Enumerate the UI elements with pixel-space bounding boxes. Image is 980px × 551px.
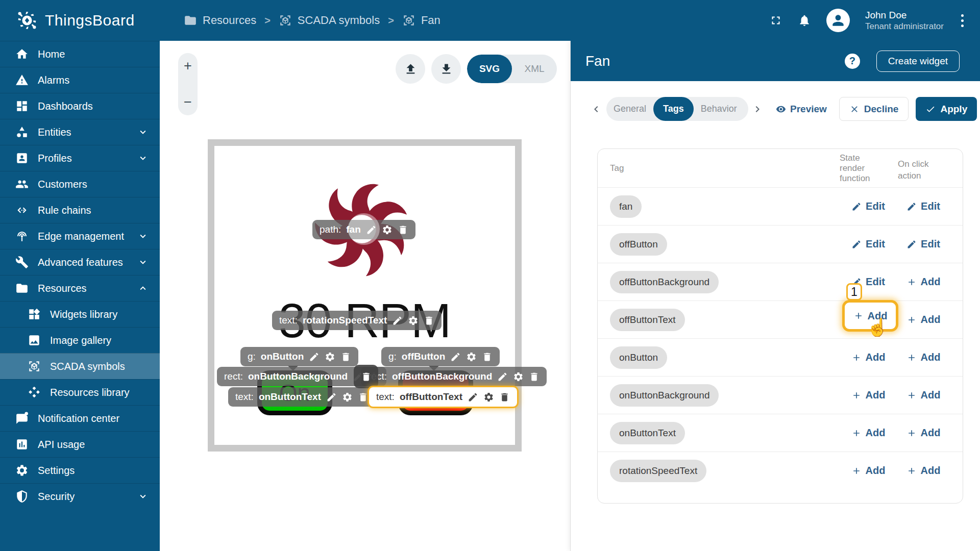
pencil-icon[interactable] [468, 392, 478, 403]
sidebar-item-alarms[interactable]: Alarms [0, 67, 160, 93]
table-row: onButtonBackground Add Add [598, 376, 963, 414]
gear-icon[interactable] [513, 371, 524, 382]
people-icon [15, 178, 29, 191]
apply-button[interactable]: Apply [916, 97, 977, 121]
state-render-add-button[interactable]: Add [851, 352, 886, 363]
trash-icon[interactable] [358, 392, 369, 403]
breadcrumb-resources[interactable]: Resources [184, 14, 256, 27]
state-render-add-button[interactable]: Add [851, 389, 886, 401]
gear-icon[interactable] [382, 224, 393, 235]
image-icon [28, 334, 41, 347]
panel-title: Fan [585, 53, 610, 69]
sidebar-item-advanced-features[interactable]: Advanced features [0, 249, 160, 275]
gear-icon[interactable] [466, 352, 477, 362]
gear-icon[interactable] [408, 315, 419, 326]
zoom-in-button[interactable]: + [184, 59, 192, 73]
upload-button[interactable] [396, 54, 425, 84]
tabs-scroll-left-button[interactable] [590, 103, 602, 115]
decline-button[interactable]: Decline [839, 97, 909, 121]
column-on-click-action: On click action [898, 158, 939, 182]
chip-text-rotation-speed[interactable]: text: rotationSpeedText [272, 311, 442, 330]
sidebar-item-widgets-library[interactable]: Widgets library [0, 301, 160, 327]
pencil-icon[interactable] [309, 352, 320, 362]
help-button[interactable]: ? [845, 54, 860, 69]
state-render-edit-button[interactable]: Edit [851, 201, 885, 212]
user-menu-button[interactable] [959, 12, 966, 29]
chip-path-fan[interactable]: path: fan [312, 220, 415, 239]
on-click-add-button[interactable]: Add [906, 465, 941, 477]
app-logo[interactable]: ThingsBoard [0, 9, 160, 32]
gear-icon[interactable] [483, 392, 494, 403]
toggle-xml[interactable]: XML [512, 55, 557, 83]
sidebar-item-notification-center[interactable]: Notification center [0, 405, 160, 431]
sidebar-item-resources[interactable]: Resources [0, 275, 160, 301]
trash-icon[interactable] [340, 352, 351, 362]
chip-rect-off-button-background[interactable]: rect: offButtonBackground [361, 367, 547, 386]
sidebar-item-rule-chains[interactable]: Rule chains [0, 197, 160, 223]
state-render-edit-button[interactable]: Edit [851, 238, 885, 250]
breadcrumb-separator: > [388, 15, 394, 27]
on-click-add-button[interactable]: Add [906, 389, 941, 401]
user-avatar[interactable] [826, 9, 850, 32]
on-click-add-button[interactable]: Add [906, 314, 941, 325]
sidebar-item-entities[interactable]: Entities [0, 119, 160, 145]
sidebar-item-customers[interactable]: Customers [0, 171, 160, 197]
tab-tags[interactable]: Tags [653, 97, 694, 121]
notifications-button[interactable] [798, 14, 811, 27]
plus-icon [851, 428, 862, 438]
tab-general[interactable]: General [606, 97, 653, 121]
table-header: Tag State render function On click actio… [598, 149, 963, 187]
person-icon [830, 12, 846, 29]
pencil-icon[interactable] [392, 315, 403, 326]
on-click-edit-button[interactable]: Edit [906, 201, 940, 212]
gear-icon[interactable] [325, 352, 335, 362]
tag-pill: rotationSpeedText [610, 460, 706, 482]
sidebar-item-image-gallery[interactable]: Image gallery [0, 327, 160, 353]
zoom-out-button[interactable]: − [184, 95, 192, 109]
chip-group-on-button[interactable]: g: onButton [240, 347, 358, 366]
tab-properties-clipped[interactable]: Properties [744, 97, 748, 121]
toggle-svg[interactable]: SVG [467, 55, 512, 83]
on-click-edit-button[interactable]: Edit [906, 238, 940, 250]
download-button[interactable] [431, 54, 461, 84]
create-widget-button[interactable]: Create widget [876, 51, 960, 72]
preview-button[interactable]: Preview [776, 104, 827, 115]
state-render-add-button[interactable]: Add [851, 427, 886, 439]
pencil-icon[interactable] [497, 371, 508, 382]
breadcrumb-scada-symbols[interactable]: SCADA symbols [279, 14, 380, 27]
pencil-icon[interactable] [450, 352, 461, 362]
tab-behavior[interactable]: Behavior [694, 97, 744, 121]
state-render-add-button[interactable]: Add [851, 465, 886, 477]
sidebar-item-security[interactable]: Security [0, 483, 160, 509]
app-title: ThingsBoard [45, 12, 135, 29]
trash-icon[interactable] [424, 315, 434, 326]
trash-icon[interactable] [499, 392, 510, 403]
trash-tile-button[interactable] [354, 365, 378, 388]
table-row: onButton Add Add [598, 338, 963, 376]
tab-group: General Tags Behavior Properties [606, 97, 748, 121]
on-click-add-button[interactable]: Add [906, 276, 941, 288]
trash-icon[interactable] [529, 371, 540, 382]
sidebar-item-scada-symbols[interactable]: SCADA symbols [0, 353, 160, 379]
trash-icon[interactable] [482, 352, 493, 362]
chip-text-off-button-text-selected[interactable]: text: offButtonText [368, 386, 519, 408]
sidebar-item-home[interactable]: Home [0, 41, 160, 67]
gear-icon[interactable] [342, 392, 353, 403]
sidebar-item-settings[interactable]: Settings [0, 457, 160, 483]
sidebar-item-profiles[interactable]: Profiles [0, 145, 160, 171]
on-click-add-button[interactable]: Add [906, 427, 941, 439]
sidebar-item-api-usage[interactable]: API usage [0, 431, 160, 457]
fullscreen-button[interactable] [769, 14, 782, 27]
pencil-icon[interactable] [326, 392, 337, 403]
symbol-frame: 30 RPM On path: fan text: rotationSpeedT… [208, 139, 522, 452]
tabs-scroll-right-button[interactable] [751, 103, 764, 115]
sidebar-item-edge-management[interactable]: Edge management [0, 223, 160, 249]
chip-text-on-button-text[interactable]: text: onButtonText [228, 387, 376, 407]
sidebar-item-dashboards[interactable]: Dashboards [0, 93, 160, 119]
on-click-add-button[interactable]: Add [906, 352, 941, 363]
trash-icon[interactable] [398, 224, 408, 235]
scada-cube-icon [279, 14, 292, 27]
breadcrumb-fan[interactable]: Fan [402, 14, 440, 27]
chip-group-off-button[interactable]: g: offButton [381, 347, 500, 366]
sidebar-item-resources-library[interactable]: Resources library [0, 379, 160, 405]
